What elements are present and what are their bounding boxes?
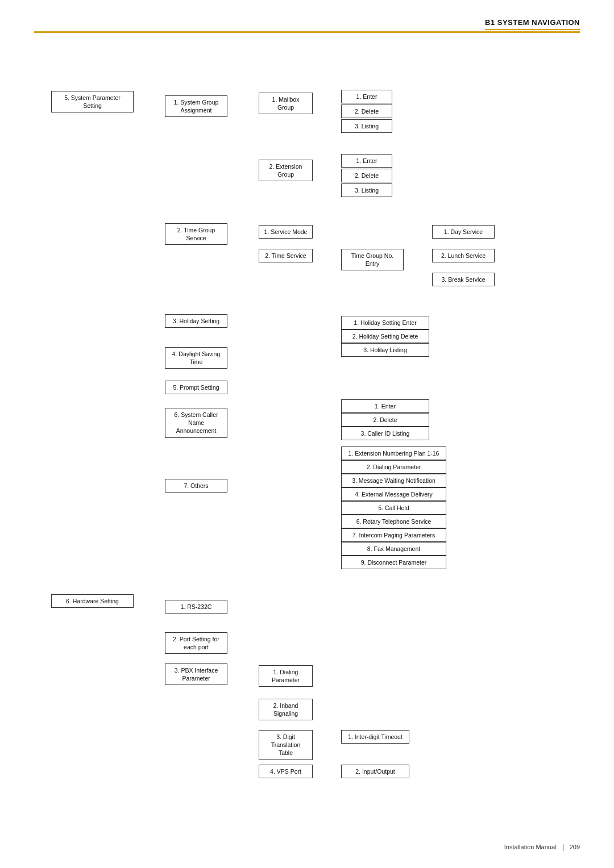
fax-node: 8. Fax Management <box>341 542 446 556</box>
call-hold-node: 5. Call Hold <box>341 501 446 515</box>
footer-separator <box>563 844 563 851</box>
others-node: 7. Others <box>165 479 227 493</box>
extension-node: 2. Extension Group <box>259 160 313 181</box>
day-service-node: 1. Day Service <box>432 225 495 239</box>
port-setting-node: 2. Port Setting for each port <box>165 632 227 654</box>
rotary-node: 6. Rotary Telephone Service <box>341 515 446 528</box>
inband-node: 2. Inband Signaling <box>259 699 313 720</box>
mailbox-delete-node: 2. Delete <box>341 105 392 118</box>
page-footer: Installation Manual 209 <box>504 844 580 851</box>
dialing-param2-node: 1. Dialing Parameter <box>259 665 313 687</box>
pbx-node: 3. PBX Interface Parameter <box>165 663 227 685</box>
intercom-node: 7. Intercom Paging Parameters <box>341 528 446 542</box>
system-group-node: 1. System Group Assignment <box>165 95 227 117</box>
ext-msg-node: 4. External Message Delivery <box>341 487 446 501</box>
footer-left: Installation Manual <box>504 844 557 850</box>
holiday-node: 3. Holiday Setting <box>165 314 227 328</box>
time-group-no-node: Time Group No. Entry <box>341 249 404 270</box>
hardware-node: 6. Hardware Setting <box>51 594 134 608</box>
caller-delete-node: 2. Delete <box>341 413 429 427</box>
mailbox-listing-node: 3. Listing <box>341 119 392 133</box>
digit-node: 3. Digit Translation Table <box>259 730 313 760</box>
daylight-node: 4. Daylight Saving Time <box>165 347 227 369</box>
page-title: B1 SYSTEM NAVIGATION <box>485 18 580 27</box>
vps-node: 4. VPS Port <box>259 765 313 778</box>
ext-numbering-node: 1. Extension Numbering Plan 1-16 <box>341 446 446 460</box>
ext-enter-node: 1. Enter <box>341 154 392 168</box>
system-parameter-node: 5. System Parameter Setting <box>51 91 134 112</box>
dialing-param-node: 2. Dialing Parameter <box>341 460 446 474</box>
lunch-service-node: 2. Lunch Service <box>432 249 495 262</box>
mailbox-enter-node: 1. Enter <box>341 90 392 103</box>
mailbox-node: 1. Mailbox Group <box>259 93 313 114</box>
interdigit-node: 1. Inter-digit Timeout <box>341 730 409 744</box>
holiday-listing-node: 3. Holilay Listing <box>341 343 429 357</box>
prompt-node: 5. Prompt Setting <box>165 381 227 394</box>
holiday-delete-node: 2. Holiday Setting Delete <box>341 329 429 343</box>
service-mode-node: 1. Service Mode <box>259 225 313 239</box>
disconnect-node: 9. Disconnect Parameter <box>341 556 446 569</box>
time-group-node: 2. Time Group Service <box>165 223 227 245</box>
ext-delete-node: 2. Delete <box>341 169 392 182</box>
input-output-node: 2. Input/Output <box>341 765 409 778</box>
caller-name-node: 6. System Caller Name Announcement <box>165 408 227 438</box>
ext-listing-node: 3. Listing <box>341 183 392 197</box>
break-service-node: 3. Break Service <box>432 273 495 286</box>
footer-right: 209 <box>570 844 580 850</box>
holiday-enter-node: 1. Holiday Setting Enter <box>341 316 429 329</box>
callerid-node: 3. Caller ID Listing <box>341 427 429 440</box>
msg-waiting-node: 3. Message Waiting Notification <box>341 474 446 487</box>
rs232c-node: 1. RS-232C <box>165 600 227 614</box>
caller-enter-node: 1. Enter <box>341 399 429 413</box>
time-service-node: 2. Time Service <box>259 249 313 262</box>
